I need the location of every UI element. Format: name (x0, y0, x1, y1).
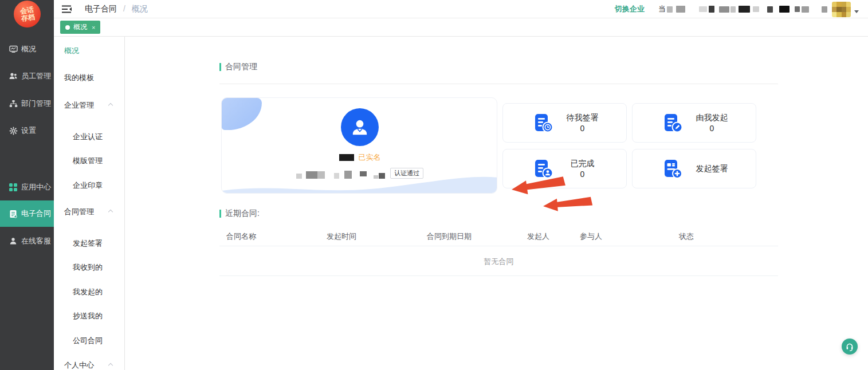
stat-card-completed[interactable]: 已完成 0 (502, 149, 627, 188)
subnav-contract-mgmt[interactable]: 合同管理 (64, 206, 94, 218)
dashboard-icon (9, 45, 18, 54)
profile-card: 已实名 认证通过 (221, 97, 497, 194)
section-title-bar (219, 63, 221, 71)
profile-name-row: 已实名 (339, 152, 381, 163)
auth-status-tag: 认证通过 (390, 168, 423, 179)
col-header-contract-name: 合同名称 (226, 231, 256, 242)
app-screen: 会话存档 概况 员工管理 部门管理 设置 (0, 0, 868, 370)
stat-card-awaiting-my-signature[interactable]: 待我签署 0 (502, 103, 627, 143)
customer-service-button[interactable] (842, 338, 858, 355)
section-title-recent-contracts: 近期合同: (219, 208, 260, 219)
section-title-bar (219, 210, 221, 218)
table-bottom-divider (219, 275, 778, 276)
subnav-overview[interactable]: 概况 (64, 45, 79, 57)
redacted-company-name (666, 5, 827, 13)
sidebar-item-econtract[interactable]: 电子合同 (0, 200, 54, 227)
subnav-received[interactable]: 我收到的 (73, 262, 103, 273)
profile-avatar-icon (341, 108, 379, 146)
doc-clock-icon (532, 112, 555, 135)
contract-icon (9, 209, 18, 218)
stat-label: 发起签署 (696, 164, 728, 173)
user-avatar[interactable] (832, 2, 851, 17)
header-right: 切换企业 当 (615, 0, 859, 18)
table-header-divider (219, 246, 778, 246)
doc-stamp-icon (532, 158, 555, 180)
stat-value: 0 (555, 169, 610, 180)
section-title-contract-mgmt: 合同管理 (219, 62, 257, 72)
user-menu-caret-icon[interactable] (854, 10, 859, 13)
profile-org-row: 认证通过 (296, 168, 423, 179)
col-header-status: 状态 (679, 231, 694, 242)
sidebar-item-employees[interactable]: 员工管理 (0, 68, 54, 84)
col-header-expiry-date: 合同到期日期 (427, 231, 472, 242)
subnav-company-mgmt[interactable]: 企业管理 (64, 100, 94, 111)
switch-company-link[interactable]: 切换企业 (615, 4, 645, 14)
breadcrumb-separator: / (123, 4, 125, 13)
tab-close-icon[interactable]: × (92, 24, 95, 31)
stat-card-initiated-by-me[interactable]: 由我发起 0 (632, 103, 756, 143)
support-icon (9, 237, 18, 246)
redacted-org-name (296, 171, 385, 179)
col-header-participants: 参与人 (580, 231, 602, 242)
subnav-personal-center[interactable]: 个人中心 (64, 360, 94, 370)
secondary-sidebar: 概况 我的模板 企业管理 企业认证 模版管理 企业印章 合同管理 发起签署 我收… (54, 37, 125, 370)
redacted-user-name (339, 154, 354, 161)
sidebar-item-departments[interactable]: 部门管理 (0, 96, 54, 112)
doc-plus-icon (661, 158, 684, 180)
col-header-start-time: 发起时间 (327, 231, 356, 242)
sidebar-item-app-center[interactable]: 应用中心 (0, 179, 54, 195)
primary-sidebar: 会话存档 概况 员工管理 部门管理 设置 (0, 0, 54, 370)
subnav-initiated-by-me[interactable]: 我发起的 (73, 286, 103, 298)
chevron-up-icon[interactable] (108, 103, 113, 108)
doc-edit-icon (661, 112, 684, 135)
table-empty-text: 暂无合同 (219, 257, 778, 267)
departments-icon (9, 99, 18, 108)
app-logo: 会话存档 (14, 1, 41, 27)
chevron-up-icon[interactable] (108, 363, 113, 368)
sidebar-item-online-support[interactable]: 在线客服 (0, 233, 54, 249)
breadcrumb-current: 概况 (132, 4, 148, 13)
apps-icon (9, 183, 18, 192)
subnav-template-mgmt[interactable]: 模版管理 (73, 155, 103, 167)
sidebar-item-overview[interactable]: 概况 (0, 41, 54, 57)
breadcrumb: 电子合同 / 概况 (85, 4, 148, 14)
subnav-company-seal[interactable]: 企业印章 (73, 180, 103, 191)
stat-label: 待我签署 (567, 113, 599, 122)
realname-badge: 已实名 (359, 152, 381, 163)
divider (219, 84, 778, 84)
current-company-label: 当 (658, 4, 666, 14)
tab-bar: 概况 × (54, 18, 868, 37)
menu-fold-icon[interactable] (62, 5, 72, 13)
app-logo-text: 会话存档 (19, 6, 35, 22)
headset-icon (845, 342, 854, 351)
subnav-my-templates[interactable]: 我的模板 (64, 72, 94, 84)
stat-label: 由我发起 (696, 113, 728, 122)
subnav-initiate-sign[interactable]: 发起签署 (73, 238, 103, 249)
stat-card-start-signing[interactable]: 发起签署 (632, 149, 756, 188)
subnav-cc-to-me[interactable]: 抄送我的 (73, 310, 103, 322)
sidebar-item-settings[interactable]: 设置 (0, 123, 54, 139)
col-header-initiator: 发起人 (527, 231, 549, 242)
stat-label: 已完成 (571, 159, 595, 168)
stat-value: 0 (555, 123, 610, 134)
breadcrumb-econtract[interactable]: 电子合同 (85, 4, 117, 13)
stat-value: 0 (684, 123, 740, 134)
subnav-company-auth[interactable]: 企业认证 (73, 131, 103, 143)
tab-active-dot (65, 25, 70, 30)
tab-overview[interactable]: 概况 × (60, 21, 100, 34)
employees-icon (9, 72, 18, 81)
chevron-up-icon[interactable] (108, 210, 113, 214)
subnav-company-contracts[interactable]: 公司合同 (73, 335, 103, 347)
settings-icon (9, 126, 18, 135)
main-content: 合同管理 已实名 (125, 37, 868, 370)
top-header: 电子合同 / 概况 切换企业 当 (54, 0, 868, 18)
